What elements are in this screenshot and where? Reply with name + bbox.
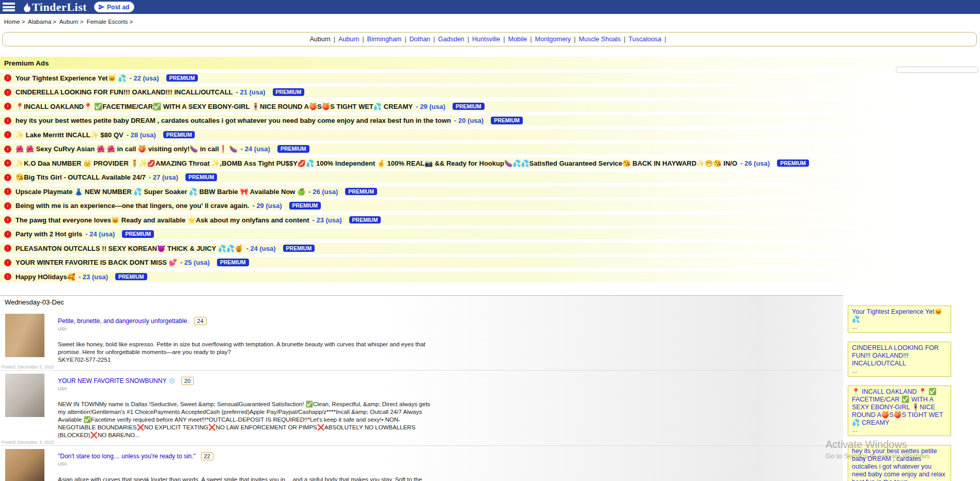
premium-ad-age: - 23 (usa) [312,216,341,224]
city-link[interactable]: Mobile [508,36,527,43]
listing-title-link[interactable]: "Don't stare too long… unless you're rea… [58,453,196,460]
sidebar-ad-link[interactable]: CINDERELLA LOOKING FOR FUN!!! OAKLAND!!!… [852,344,947,367]
premium-badge: PREMIUM [217,259,249,266]
premium-ad-title-link[interactable]: Your Tightest Experience Yet🐱 💦 [15,74,127,82]
breadcrumb-link[interactable]: Female Escorts [87,19,128,25]
premium-ad-title-link[interactable]: Happy HOlidays🥰 [15,273,75,281]
listings-section: Wednesday-03-Dec Posted: December 3, 202… [0,295,843,481]
listing-body: YOUR NEW FAVORITE SNOWBUNNY ❄️ 20 USA NE… [58,374,438,439]
city-link[interactable]: Huntsville [472,36,500,43]
city-pipe: | [574,36,575,43]
city-link[interactable]: Montgomery [535,36,571,43]
premium-ad-row: ↑ 📍INCALL OAKLAND📍 ✅FACETIME/CAR✅ WITH A… [0,101,980,112]
sidebar-ad-box: Your Tightest Experience Yet🐱 💦 ... [848,306,951,333]
sidebar-ad-link[interactable]: 📍 INCALL OAKLAND 📍 ✅ FACETIME/CAR ✅ WITH… [852,388,947,427]
premium-badge: PREMIUM [777,159,809,167]
listing-row: Posted: December 3, 2025 "Don't stare to… [0,445,843,481]
city-pipe: | [624,36,626,43]
up-arrow-icon: ↑ [4,74,11,82]
up-arrow-icon: ↑ [4,188,11,195]
premium-ad-age: - 25 (usa) [180,259,210,266]
up-arrow-icon: ↑ [4,216,11,223]
premium-badge: PREMIUM [453,103,485,110]
listing-photo[interactable] [5,314,44,357]
listing-age-badge: 24 [194,317,207,325]
city-link[interactable]: Auburn [338,36,359,43]
city-links-bar: Auburn | Auburn| Birmingham| Dothan| Gad… [2,32,977,46]
premium-ad-row: ↑ Being with me is an experience—one tha… [0,200,980,211]
premium-ad-title-link[interactable]: Being with me is an experience—one that … [15,202,249,210]
premium-ad-title-link[interactable]: PLEASANTON OUTCALLS !! SEXY KOREAN😈 THIC… [15,245,243,252]
premium-ad-age: - 24 (usa) [246,245,275,252]
up-arrow-icon: ↑ [4,273,11,280]
premium-ad-title-link[interactable]: YOUR WINTER FAVORITE IS BACK DONT MISS 💕 [15,259,177,266]
listing-description: NEW IN TOWNMy name is Dallas !Seductive,… [58,400,438,439]
breadcrumb-separator: > [130,19,133,25]
breadcrumb-separator: > [53,19,56,25]
city-link[interactable]: Birmingham [367,36,402,43]
listing-photo[interactable] [5,449,44,481]
empty-ad-placeholder [896,67,978,73]
premium-ad-age: - 23 (usa) [79,273,108,281]
premium-ad-row: ↑ Party with 2 Hot girls - 24 (usa) PREM… [0,229,980,239]
premium-ad-title-link[interactable]: CINDERELLA LOOKING FOR FUN!!! OAKLAND!!!… [15,88,233,96]
premium-ad-row: ↑ Your Tightest Experience Yet🐱 💦 - 22 (… [0,73,980,84]
sidebar-ad-link[interactable]: Your Tightest Experience Yet🐱 💦 [852,308,947,324]
premium-ad-age: - 24 (usa) [85,230,115,238]
premium-ad-title-link[interactable]: ✨K.O Daa NUMBER 👑 PROVIDER 🧍✨💋AMAZING Th… [15,159,737,167]
premium-ad-title-link[interactable]: hey its your best wettes petite baby DRE… [15,117,451,124]
premium-badge: PREMIUM [283,245,315,252]
premium-badge: PREMIUM [289,202,321,210]
listing-country: USA [58,386,438,391]
premium-badge: PREMIUM [277,145,309,153]
city-pipe: | [530,36,532,43]
premium-badge: PREMIUM [115,273,147,281]
site-logo[interactable]: TinderList [23,2,87,13]
premium-ad-age: - 20 (usa) [454,117,484,124]
up-arrow-icon: ↑ [4,174,11,181]
up-arrow-icon: ↑ [4,131,11,138]
premium-ad-title-link[interactable]: 📍INCALL OAKLAND📍 ✅FACETIME/CAR✅ WITH A S… [15,103,413,110]
premium-ad-row: ↑ YOUR WINTER FAVORITE IS BACK DONT MISS… [0,257,980,268]
city-link[interactable]: Muscle Shoals [579,36,620,43]
listing-photo[interactable] [5,374,44,417]
listing-title-link[interactable]: Petite, brunette, and dangerously unforg… [58,317,189,325]
city-pipe: | [503,36,505,43]
flame-icon [23,2,31,12]
city-pipe: | [334,36,335,43]
breadcrumb-separator: > [22,19,25,25]
listing-age-badge: 22 [201,452,213,460]
current-city: Auburn [309,36,330,43]
hamburger-menu-icon[interactable] [3,3,15,11]
listing-body: "Don't stare too long… unless you're rea… [58,449,438,481]
premium-ad-title-link[interactable]: 🌺 🌺 Sexy CuRvy Asian 🌺 🌺 in call 🍑 visit… [15,145,238,153]
premium-ad-title-link[interactable]: Upscale Playmate 👗 NEW NUMBER 💦 Super So… [15,188,305,196]
breadcrumb-link[interactable]: Alabama [28,19,51,25]
paper-plane-icon [98,4,105,10]
premium-ads-header: Premium Ads [0,57,980,69]
listing-country: USA [58,461,438,467]
listing-title-link[interactable]: YOUR NEW FAVORITE SNOWBUNNY ❄️ [58,377,176,384]
premium-ads-section: Premium Ads ↑ Your Tightest Experience Y… [0,57,980,282]
premium-ad-title-link[interactable]: Party with 2 Hot girls [15,230,82,238]
premium-ad-title-link[interactable]: The pawg that everyone loves🐱 Ready and … [15,216,309,224]
premium-ad-row: ↑ ✨ Lake Merritt INCALL✨ $80 QV - 28 (us… [0,130,980,140]
post-ad-button[interactable]: Post ad [94,2,134,12]
breadcrumb-link[interactable]: Auburn [59,19,79,25]
city-link[interactable]: Gadsden [438,36,464,43]
breadcrumb-link[interactable]: Home [4,19,20,25]
premium-ad-age: - 26 (usa) [740,159,770,167]
premium-ad-title-link[interactable]: 😘Big Tits Girl - OUTCALL Available 24/7 [15,173,146,181]
top-navbar: TinderList Post ad [0,0,980,14]
premium-ad-age: - 29 (usa) [416,103,445,110]
city-link[interactable]: Dothan [410,36,430,43]
city-link[interactable]: Tuscaloosa [629,36,661,43]
listing-posted-date: Posted: December 3, 2025 [2,440,54,445]
up-arrow-icon: ↑ [4,117,11,124]
sidebar-ad-box: 📍 INCALL OAKLAND 📍 ✅ FACETIME/CAR ✅ WITH… [848,386,951,436]
post-ad-label: Post ad [107,4,129,11]
sidebar-ad-link[interactable]: hey its your best wettes petite baby DRE… [852,447,947,481]
city-pipe: | [405,36,406,43]
premium-ad-title-link[interactable]: ✨ Lake Merritt INCALL✨ $80 QV [15,131,123,139]
premium-ad-age: - 24 (usa) [241,145,270,153]
